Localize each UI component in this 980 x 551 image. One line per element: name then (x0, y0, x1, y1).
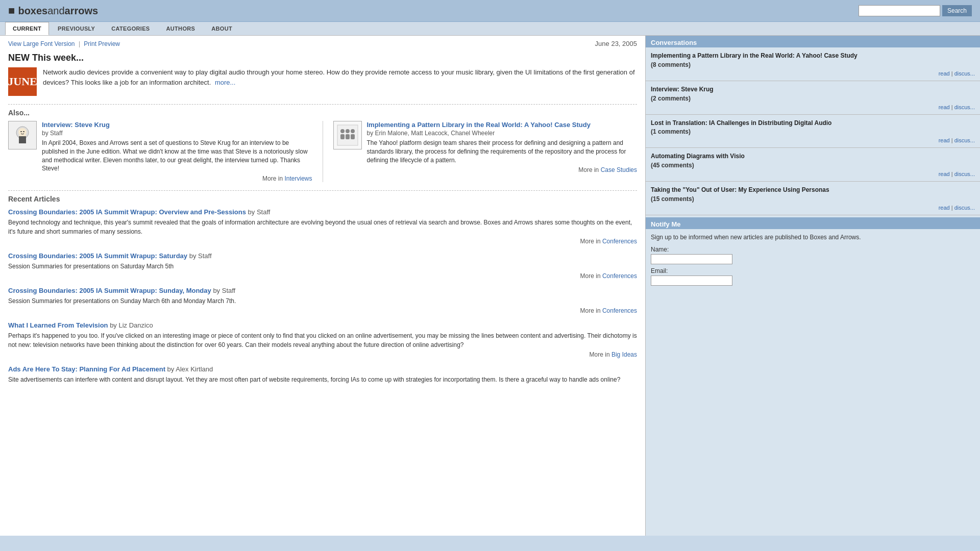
also-article-0-category[interactable]: Interviews (284, 175, 312, 182)
print-preview-link[interactable]: Print Preview (84, 40, 120, 47)
recent-article-4-title: Ads Are Here To Stay: Planning For Ad Pl… (8, 365, 637, 373)
recent-article-0-byline: by Staff (248, 208, 271, 216)
recent-article-2-title: Crossing Boundaries: 2005 IA Summit Wrap… (8, 287, 637, 294)
recent-article-2-title-link[interactable]: Crossing Boundaries: 2005 IA Summit Wrap… (8, 287, 211, 294)
conversation-2-title: Lost in Translation: IA Challenges in Di… (651, 119, 975, 128)
recent-article-3-byline: by Liz Danzico (110, 321, 153, 329)
new-this-week-heading: NEW This week... (8, 53, 637, 63)
name-input[interactable] (651, 254, 732, 264)
also-article-1-description: The Yahoo! platform design team shares t… (367, 139, 638, 164)
svg-point-7 (340, 129, 345, 133)
recent-article-2-category[interactable]: Conferences (602, 307, 637, 314)
conversation-4-discuss[interactable]: discus... (954, 205, 975, 211)
large-font-link[interactable]: View Large Font Version (8, 40, 75, 47)
recent-article-1-description: Session Summaries for presentations on S… (8, 262, 637, 271)
conversation-0-read[interactable]: read (939, 70, 950, 77)
nav-authors[interactable]: AUTHORS (159, 22, 203, 35)
recent-article-2-description: Session Summaries for presentations on S… (8, 296, 637, 306)
recent-article-4-byline: by Alex Kirtland (167, 365, 213, 373)
krug-face-icon (12, 125, 33, 145)
recent-article-0: Crossing Boundaries: 2005 IA Summit Wrap… (8, 208, 637, 245)
conversation-4-title: Taking the "You" Out of User: My Experie… (651, 186, 975, 194)
email-input[interactable] (651, 276, 732, 286)
nav-current[interactable]: CURRENT (5, 22, 49, 35)
conversation-3-read[interactable]: read (939, 171, 950, 177)
search-button[interactable]: Search (942, 5, 972, 16)
recent-article-1-category[interactable]: Conferences (602, 272, 637, 280)
featured-article: JUNE Network audio devices provide a con… (8, 67, 637, 96)
name-field: Name: (651, 246, 975, 264)
site-logo[interactable]: ■ boxesandarrows (8, 4, 98, 17)
nav-categories[interactable]: CATEGORIES (104, 22, 157, 35)
conversation-0-title: Implementing a Pattern Library in the Re… (651, 52, 975, 60)
conversation-3-title: Automating Diagrams with Visio (651, 152, 975, 161)
featured-text: Network audio devices provide a convenie… (43, 67, 637, 87)
conversation-3-links: read | discus... (651, 171, 975, 177)
conversation-0: Implementing a Pattern Library in the Re… (646, 47, 980, 81)
new-this-week-section: NEW This week... JUNE Network audio devi… (8, 53, 637, 96)
recent-article-0-title-link[interactable]: Crossing Boundaries: 2005 IA Summit Wrap… (8, 208, 246, 216)
svg-rect-10 (346, 134, 350, 139)
conversation-2-discuss[interactable]: discus... (954, 137, 975, 143)
conversation-0-count: (8 comments) (651, 61, 975, 68)
svg-rect-8 (340, 134, 345, 139)
nav-previously[interactable]: PREVIOUSLY (50, 22, 103, 35)
nav-about[interactable]: ABOUT (204, 22, 240, 35)
pattern-library-icon (336, 124, 359, 146)
svg-rect-3 (19, 136, 26, 143)
krug-thumbnail (8, 121, 37, 149)
recent-articles-section: Recent Articles Crossing Boundaries: 200… (8, 190, 637, 384)
conversation-2-read[interactable]: read (939, 137, 950, 143)
pipe-divider: | (79, 40, 80, 47)
notify-me-content: Sign up to be informed when new articles… (646, 229, 980, 293)
recent-article-0-category[interactable]: Conferences (602, 238, 637, 245)
recent-article-4-title-link[interactable]: Ads Are Here To Stay: Planning For Ad Pl… (8, 365, 165, 373)
also-articles: Interview: Steve Krug by Staff In April … (8, 121, 637, 182)
also-article-1-more: More in Case Studies (367, 166, 638, 173)
conversation-1-read[interactable]: read (939, 104, 950, 110)
notify-description: Sign up to be informed when new articles… (651, 233, 975, 242)
featured-description: Network audio devices provide a convenie… (43, 68, 635, 86)
recent-article-1: Crossing Boundaries: 2005 IA Summit Wrap… (8, 252, 637, 280)
also-article-0-more: More in Interviews (42, 175, 312, 182)
also-article-0-description: In April 2004, Boxes and Arrows sent a s… (42, 139, 312, 173)
recent-article-0-title: Crossing Boundaries: 2005 IA Summit Wrap… (8, 208, 637, 216)
svg-point-11 (351, 129, 355, 133)
recent-article-3-more: More in Big Ideas (8, 351, 637, 358)
conversation-1: Interview: Steve Krug (2 comments) read … (646, 81, 980, 115)
conversation-0-links: read | discus... (651, 70, 975, 77)
recent-article-0-more: More in Conferences (8, 238, 637, 245)
main-content: View Large Font Version | Print Preview … (0, 36, 646, 536)
recent-article-3-title-link[interactable]: What I Learned From Television (8, 321, 108, 329)
publication-date: June 23, 2005 (595, 40, 637, 47)
recent-article-0-description: Beyond technology and technique, this ye… (8, 218, 637, 236)
recent-article-3-category[interactable]: Big Ideas (611, 351, 637, 358)
featured-more-link[interactable]: more... (215, 79, 235, 86)
recent-article-1-title-link[interactable]: Crossing Boundaries: 2005 IA Summit Wrap… (8, 252, 187, 260)
recent-article-1-byline: by Staff (189, 252, 212, 260)
also-article-1-title[interactable]: Implementing a Pattern Library in the Re… (367, 121, 638, 129)
also-article-1-category[interactable]: Case Studies (601, 166, 637, 173)
conversation-4-read[interactable]: read (939, 205, 950, 211)
email-field: Email: (651, 267, 975, 286)
top-links: View Large Font Version | Print Preview (8, 40, 120, 47)
recent-article-3-description: Perhaps it's happened to you too. If you… (8, 331, 637, 349)
name-label: Name: (651, 246, 975, 253)
conversation-3-discuss[interactable]: discus... (954, 171, 975, 177)
logo-boxes: ■ (8, 4, 15, 17)
also-article-0-title[interactable]: Interview: Steve Krug (42, 121, 312, 129)
recent-articles-heading: Recent Articles (8, 190, 637, 203)
search-area: Search (859, 5, 972, 16)
conversation-2: Lost in Translation: IA Challenges in Di… (646, 115, 980, 148)
conversation-0-discuss[interactable]: discus... (954, 70, 975, 77)
search-input[interactable] (859, 5, 940, 16)
also-article-1: Implementing a Pattern Library in the Re… (333, 121, 638, 182)
recent-article-4: Ads Are Here To Stay: Planning For Ad Pl… (8, 365, 637, 384)
sidebar: Conversations Implementing a Pattern Lib… (646, 36, 980, 536)
also-article-0: Interview: Steve Krug by Staff In April … (8, 121, 312, 182)
also-article-1-byline: by Erin Malone, Matt Leacock, Chanel Whe… (367, 130, 638, 137)
conversation-1-discuss[interactable]: discus... (954, 104, 975, 110)
conversation-3: Automating Diagrams with Visio (45 comme… (646, 148, 980, 182)
notify-me-heading: Notify Me (646, 217, 980, 229)
conversation-1-links: read | discus... (651, 104, 975, 110)
